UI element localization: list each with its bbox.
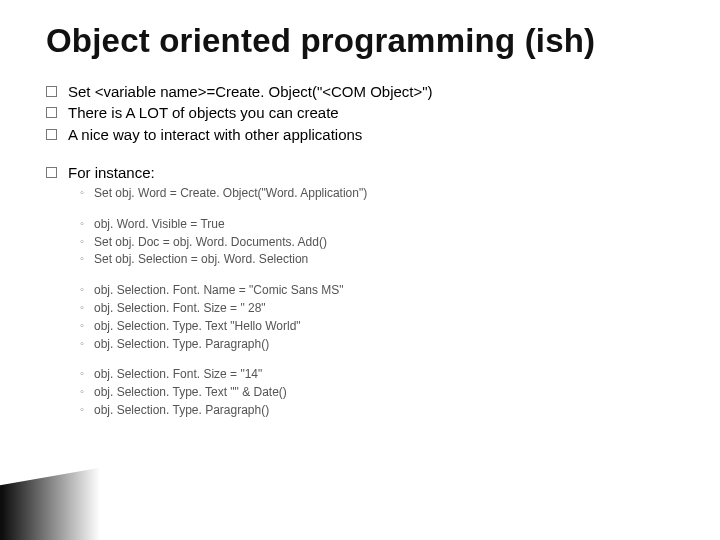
- bullet-item: There is A LOT of objects you can create: [44, 103, 686, 123]
- bullet-list: Set <variable name>=Create. Object("<COM…: [44, 82, 686, 419]
- sub-list: obj. Selection. Font. Name = "Comic Sans…: [80, 282, 686, 352]
- sub-item: obj. Selection. Type. Paragraph(): [80, 402, 686, 419]
- for-instance-label: For instance:: [68, 164, 155, 181]
- bullet-item: A nice way to interact with other applic…: [44, 125, 686, 145]
- sub-list: Set obj. Word = Create. Object("Word. Ap…: [80, 185, 686, 202]
- slide-title: Object oriented programming (ish): [46, 22, 686, 60]
- bullet-item-forinstance: For instance: Set obj. Word = Create. Ob…: [44, 163, 686, 419]
- sub-item: obj. Selection. Type. Text "Hello World": [80, 318, 686, 335]
- sub-item: Set obj. Selection = obj. Word. Selectio…: [80, 251, 686, 268]
- sub-list: obj. Word. Visible = True Set obj. Doc =…: [80, 216, 686, 268]
- sub-item: obj. Selection. Font. Size = "14": [80, 366, 686, 383]
- sub-item: obj. Word. Visible = True: [80, 216, 686, 233]
- sub-item: obj. Selection. Font. Size = " 28": [80, 300, 686, 317]
- slide: Object oriented programming (ish) Set <v…: [0, 0, 720, 419]
- sub-item: obj. Selection. Type. Text "" & Date(): [80, 384, 686, 401]
- sub-list: obj. Selection. Font. Size = "14" obj. S…: [80, 366, 686, 418]
- sub-item: Set obj. Doc = obj. Word. Documents. Add…: [80, 234, 686, 251]
- bullet-item: Set <variable name>=Create. Object("<COM…: [44, 82, 686, 102]
- sub-item: obj. Selection. Type. Paragraph(): [80, 336, 686, 353]
- corner-decoration: [0, 468, 100, 540]
- sub-item: Set obj. Word = Create. Object("Word. Ap…: [80, 185, 686, 202]
- sub-item: obj. Selection. Font. Name = "Comic Sans…: [80, 282, 686, 299]
